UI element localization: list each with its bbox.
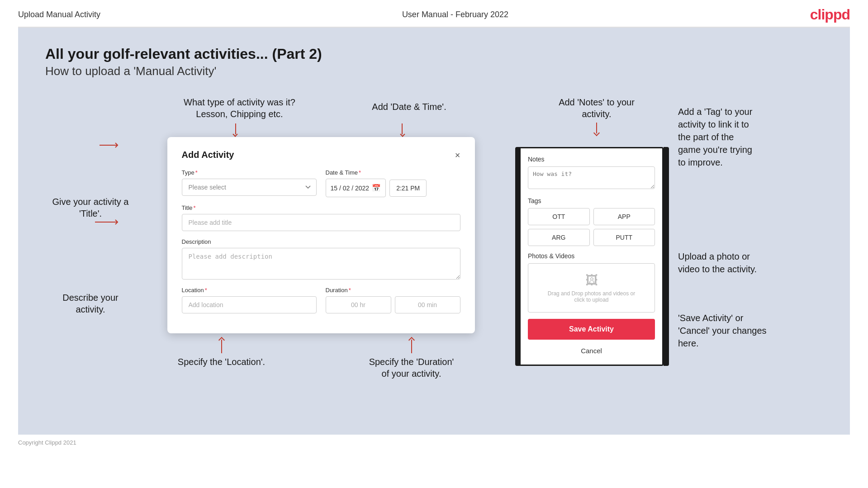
footer: Copyright Clippd 2021 <box>0 435 868 450</box>
tag-putt[interactable]: PUTT <box>593 229 655 246</box>
tag-arg[interactable]: ARG <box>528 229 590 246</box>
calendar-icon: 📅 <box>372 184 381 192</box>
description-annotation: Describe your activity. <box>45 292 136 315</box>
photo-annotation: Upload a photo or video to the activity. <box>678 250 823 275</box>
top-bar: Upload Manual Activity User Manual - Feb… <box>0 0 868 28</box>
photo-icon: 🖼 <box>537 273 645 288</box>
title-annotation: Give your activity a 'Title'. <box>45 196 136 219</box>
page-header-left: Upload Manual Activity <box>18 10 100 19</box>
duration-hr-input[interactable] <box>326 296 391 313</box>
save-activity-button[interactable]: Save Activity <box>528 319 655 340</box>
type-annotation: What type of activity was it? Lesson, Ch… <box>176 96 303 120</box>
tag-app[interactable]: APP <box>593 208 655 225</box>
add-activity-modal: Add Activity × Type* Please select Date … <box>167 137 475 333</box>
location-label: Location* <box>182 287 317 294</box>
location-annotation: Specify the 'Location'. <box>176 340 267 379</box>
page-title: All your golf-relevant activities... (Pa… <box>45 46 823 62</box>
photo-upload-area[interactable]: 🖼 Drag and Drop photos and videos or cli… <box>528 263 655 313</box>
modal-title: Add Activity <box>182 150 234 160</box>
cancel-button[interactable]: Cancel <box>528 344 655 357</box>
main-content: All your golf-relevant activities... (Pa… <box>18 28 850 435</box>
notes-annotation: Add 'Notes' to your activity. <box>515 96 669 133</box>
tag-annotation: Add a 'Tag' to your activity to link it … <box>678 105 823 169</box>
duration-label: Duration* <box>326 287 460 294</box>
close-button[interactable]: × <box>455 151 460 160</box>
copyright: Copyright Clippd 2021 <box>18 439 76 446</box>
title-input[interactable] <box>182 214 460 231</box>
date-input[interactable]: 15 / 02 / 2022 📅 <box>326 179 386 197</box>
datetime-label: Date & Time* <box>326 169 460 176</box>
tag-ott[interactable]: OTT <box>528 208 590 225</box>
app-screenshot: Notes Tags OTTAPPARGPUTT Photos & Videos… <box>521 147 664 366</box>
notes-section-label: Notes <box>528 156 655 163</box>
photo-upload-text: Drag and Drop photos and videos or click… <box>537 290 645 303</box>
page-subtitle: How to upload a 'Manual Activity' <box>45 64 823 78</box>
duration-annotation: Specify the 'Duration' of your activity. <box>357 340 466 379</box>
datetime-annotation: Add 'Date & Time'. <box>353 96 466 120</box>
description-label: Description <box>182 238 460 245</box>
duration-min-input[interactable] <box>395 296 460 313</box>
notes-textarea[interactable] <box>528 166 655 189</box>
logo: clippd <box>810 6 850 23</box>
type-label: Type* <box>182 169 317 176</box>
time-input[interactable]: 2:21 PM <box>389 180 427 197</box>
tags-section-label: Tags <box>528 197 655 204</box>
type-select[interactable]: Please select <box>182 179 317 196</box>
photos-section-label: Photos & Videos <box>528 252 655 260</box>
location-input[interactable] <box>182 296 317 313</box>
description-textarea[interactable] <box>182 248 460 280</box>
save-annotation: 'Save Activity' or 'Cancel' your changes… <box>678 312 823 350</box>
page-header-center: User Manual - February 2022 <box>402 10 508 19</box>
tags-grid: OTTAPPARGPUTT <box>528 208 655 246</box>
title-label: Title* <box>182 204 460 211</box>
